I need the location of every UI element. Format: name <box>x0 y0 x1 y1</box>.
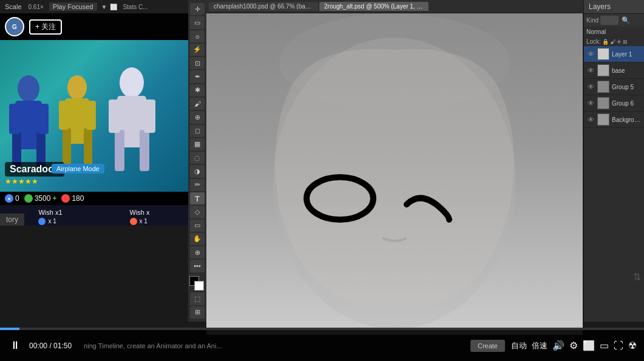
fullscreen-icon[interactable]: ⛶ <box>614 340 623 351</box>
wand-tool[interactable]: ⚡ <box>190 44 205 56</box>
controls-row: ⏸ 00:00 / 01:50 ning Timeline, create an… <box>0 330 644 361</box>
mode-badge: Airplane Mode <box>52 164 104 174</box>
follow-button[interactable]: + 关注 <box>29 19 62 35</box>
gem-blue-1 <box>38 218 46 225</box>
avatar: G <box>5 17 24 36</box>
layer-3-thumb <box>597 81 609 93</box>
right-controls: 自动 倍速 🔊 ⚙ ⬜ ▭ ⛶ ☢ <box>511 340 637 351</box>
mask-tool[interactable]: ⬚ <box>190 292 205 305</box>
video-description: ning Timeline, create an Animator and an… <box>84 342 464 349</box>
layer-row-1[interactable]: 👁 Layer 1 <box>584 46 644 62</box>
ps-tabs-bar: charsplash1000.psd @ 66.7% (bannerCutom,… <box>206 0 595 13</box>
lasso-tool[interactable]: ⌾ <box>190 30 205 42</box>
wish-row[interactable]: Wish x1 x 1 Wish x x 1 <box>0 205 188 226</box>
wish-item-2[interactable]: Wish x x 1 <box>130 209 150 225</box>
red-icon <box>61 194 70 203</box>
green-icon <box>24 194 33 203</box>
move-lock-icon[interactable]: ✛ <box>617 39 622 45</box>
layer-5-visibility[interactable]: 👁 <box>586 115 595 124</box>
wish-gems-1: x 1 <box>38 218 62 225</box>
clone-tool[interactable]: ⊕ <box>190 111 205 123</box>
layer-3-name: Group 5 <box>612 84 642 90</box>
play-focused[interactable]: Play Focused <box>49 2 97 11</box>
auto-label[interactable]: 自动 <box>511 340 527 351</box>
layer-3-visibility[interactable]: 👁 <box>586 83 595 91</box>
theater-icon[interactable]: ▭ <box>600 340 609 351</box>
brush-tool[interactable]: 🖌 <box>190 98 205 110</box>
layer-row-5[interactable]: 👁 Background <box>584 112 644 128</box>
settings-icon[interactable]: ⚙ <box>569 340 578 351</box>
all-lock-icon[interactable]: ⊞ <box>623 39 628 45</box>
layers-search-icon[interactable]: 🔍 <box>622 16 630 24</box>
gem-red-1 <box>130 218 137 225</box>
layers-search-bar: Kind 🔍 <box>584 14 644 27</box>
game-top-bar: G + 关注 <box>0 13 188 40</box>
blur-tool[interactable]: ◌ <box>190 152 205 164</box>
dodge-tool[interactable]: ◑ <box>190 165 205 177</box>
bluetooth-icon: ⇅ <box>633 272 641 282</box>
layers-search-input[interactable] <box>600 16 619 25</box>
canvas-area[interactable] <box>206 13 583 335</box>
shape-tool[interactable]: ▭ <box>190 220 205 232</box>
layer-row-3[interactable]: 👁 Group 5 <box>584 79 644 95</box>
svg-rect-11 <box>86 101 96 130</box>
zoom-tool[interactable]: ⊕ <box>190 246 205 258</box>
extra-tool[interactable]: ••• <box>190 260 205 272</box>
eyedropper-tool[interactable]: ✒ <box>190 70 205 83</box>
game-panel: G + 关注 <box>0 13 188 226</box>
canvas-drawing <box>206 13 583 335</box>
background-color[interactable] <box>194 281 204 291</box>
layer-1-name: Layer 1 <box>612 51 642 58</box>
lock-icon[interactable]: 🔒 <box>602 39 609 45</box>
more-icon[interactable]: ☢ <box>628 340 637 351</box>
game-banner: Scaradook ★★★★★ Airplane Mode <box>0 40 188 192</box>
video-controls: ⏸ 00:00 / 01:50 ning Timeline, create an… <box>0 328 644 361</box>
pen-tool[interactable]: ✏ <box>190 179 205 191</box>
layer-2-thumb <box>597 64 609 76</box>
layer-row-4[interactable]: 👁 Group 6 <box>584 95 644 112</box>
bluetooth-area: ⇅ <box>633 271 641 283</box>
color-swatches[interactable] <box>189 276 205 291</box>
svg-point-0 <box>18 75 39 102</box>
hand-tool[interactable]: ✋ <box>190 233 205 245</box>
svg-point-6 <box>67 75 87 100</box>
volume-icon[interactable]: 🔊 <box>552 340 564 351</box>
layer-row-2[interactable]: 👁 base <box>584 62 644 79</box>
create-button[interactable]: Create <box>470 340 505 352</box>
svg-rect-14 <box>115 130 124 171</box>
svg-point-12 <box>120 67 144 98</box>
path-tool[interactable]: ◇ <box>190 206 205 218</box>
pip-icon[interactable]: ⬜ <box>583 340 595 351</box>
ps-toolbar: ✛ ▭ ⌾ ⚡ ⊡ ✒ ✱ 🖌 ⊕ ◻ ▦ ◌ ◑ ✏ T ◇ ▭ ✋ ⊕ ••… <box>188 0 206 322</box>
eraser-tool[interactable]: ◻ <box>190 125 205 137</box>
ps-tab-1[interactable]: charsplash1000.psd @ 66.7% (bannerCutom,… <box>209 2 318 11</box>
screen-mode-tool[interactable]: ⊞ <box>190 306 205 319</box>
gradient-tool[interactable]: ▦ <box>190 138 205 150</box>
layer-4-thumb <box>597 97 609 109</box>
layer-5-name: Background <box>612 116 642 123</box>
svg-rect-15 <box>140 130 149 171</box>
move-tool[interactable]: ✛ <box>190 3 205 15</box>
history-button[interactable]: tory <box>0 214 24 226</box>
play-pause-button[interactable]: ⏸ <box>7 337 23 354</box>
time-display: 00:00 / 01:50 <box>29 342 72 350</box>
blue-icon: ● <box>5 194 13 203</box>
layers-panel-title: Layers <box>584 0 644 14</box>
layer-2-name: base <box>612 67 642 74</box>
text-tool[interactable]: T <box>190 192 205 204</box>
lock-bar: Lock: 🔒 🖌 ✛ ⊞ <box>584 37 644 46</box>
layers-panel: Layers Kind 🔍 Normal Lock: 🔒 🖌 ✛ ⊞ 👁 Lay… <box>583 0 644 322</box>
stat-red: 180 <box>61 194 84 203</box>
wish-gems-2: x 1 <box>130 218 150 225</box>
ps-tab-2[interactable]: 2rough_alt.psd @ 500% (Layer 1, RGB/8#) … <box>319 2 429 11</box>
layer-4-visibility[interactable]: 👁 <box>586 99 595 107</box>
heal-tool[interactable]: ✱ <box>190 84 205 96</box>
wish-item-1[interactable]: Wish x1 x 1 <box>38 209 62 225</box>
brush-lock-icon[interactable]: 🖌 <box>610 39 615 45</box>
layer-1-visibility[interactable]: 👁 <box>586 50 595 58</box>
marquee-tool[interactable]: ▭ <box>190 16 205 29</box>
layer-2-visibility[interactable]: 👁 <box>586 66 595 75</box>
speed-label[interactable]: 倍速 <box>532 340 547 351</box>
layer-blend-controls: Normal <box>584 27 644 37</box>
crop-tool[interactable]: ⊡ <box>190 57 205 69</box>
